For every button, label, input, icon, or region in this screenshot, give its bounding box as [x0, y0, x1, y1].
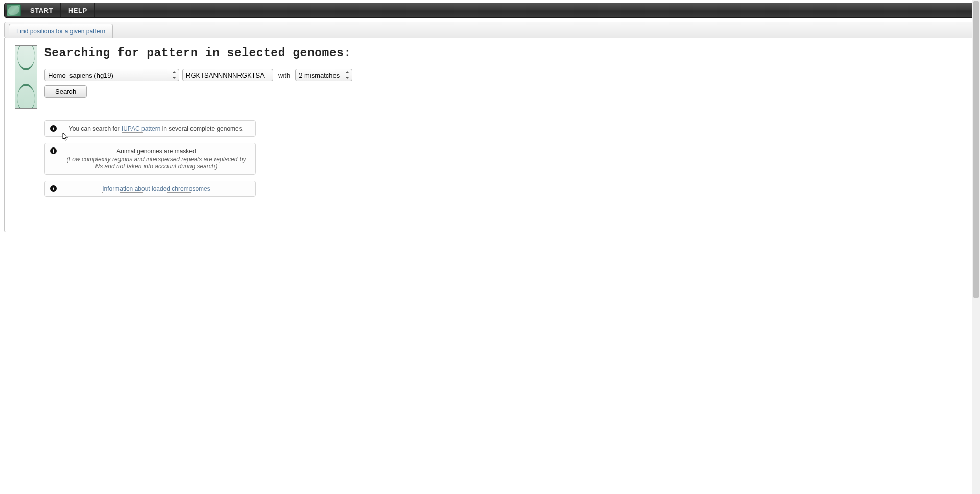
scrollbar-thumb[interactable]: [973, 1, 979, 235]
main-menu: START HELP: [23, 3, 95, 17]
topbar: START HELP: [4, 3, 976, 18]
vertical-divider: [262, 117, 262, 204]
vertical-scrollbar[interactable]: [972, 0, 980, 235]
info-masked-title: Animal genomes are masked: [116, 147, 196, 155]
search-form: Homo_sapiens (hg19) with 2 mismatches: [44, 69, 965, 81]
menu-start[interactable]: START: [23, 3, 61, 17]
menu-help[interactable]: HELP: [61, 3, 95, 17]
info-icon: i: [50, 147, 57, 154]
info-text-pre: You can search for: [69, 125, 122, 132]
main-column: Searching for pattern in selected genome…: [44, 45, 965, 204]
mismatch-select[interactable]: 2 mismatches: [295, 69, 352, 81]
dna-helix-icon: [15, 45, 37, 109]
info-box-masked: i Animal genomes are masked (Low complex…: [44, 143, 256, 175]
info-masked-sub: (Low complexity regions and interspersed…: [62, 156, 250, 170]
pattern-input[interactable]: [182, 69, 273, 81]
tab-find-positions[interactable]: Find positions for a given pattern: [9, 24, 113, 38]
info-box-chromosomes: i Information about loaded chromosomes: [44, 181, 256, 197]
info-list: i You can search for IUPAC pattern in se…: [44, 120, 256, 203]
genome-select-wrap: Homo_sapiens (hg19): [44, 69, 179, 81]
info-section: i You can search for IUPAC pattern in se…: [44, 120, 965, 204]
app-logo-icon[interactable]: [7, 4, 21, 16]
tab-strip: Find positions for a given pattern: [4, 22, 976, 38]
info-icon: i: [50, 125, 57, 132]
info-text-post: in several complete genomes.: [160, 125, 244, 132]
mismatch-select-wrap: 2 mismatches: [295, 69, 352, 81]
info-box-iupac: i You can search for IUPAC pattern in se…: [44, 120, 256, 137]
page-title: Searching for pattern in selected genome…: [44, 46, 965, 60]
with-label: with: [278, 71, 290, 79]
search-button[interactable]: Search: [44, 85, 87, 98]
info-icon: i: [50, 185, 57, 192]
chromosomes-info-link[interactable]: Information about loaded chromosomes: [102, 185, 210, 193]
genome-select[interactable]: Homo_sapiens (hg19): [44, 69, 179, 81]
iupac-pattern-link[interactable]: IUPAC pattern: [122, 125, 160, 133]
content-area: Searching for pattern in selected genome…: [4, 38, 976, 232]
